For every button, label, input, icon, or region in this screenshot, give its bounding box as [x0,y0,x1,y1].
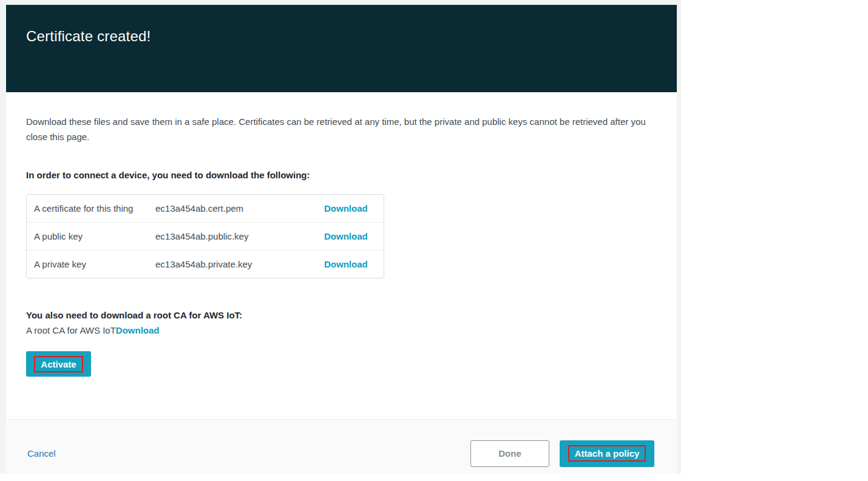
table-row-certificate: A certificate for this thing ec13a454ab.… [27,195,384,222]
attach-policy-button[interactable]: Attach a policy [560,440,654,467]
download-private-key-link[interactable]: Download [324,259,368,269]
activate-button[interactable]: Activate [26,351,91,377]
dialog-footer: Cancel Done Attach a policy [6,419,677,474]
dialog-body: Download these files and save them in a … [6,92,677,419]
file-name: ec13a454ab.private.key [155,257,324,272]
root-ca-label: A root CA for AWS IoT [26,325,116,335]
file-label: A private key [34,257,155,272]
dialog-header: Certificate created! [6,5,677,92]
certificate-files-table: A certificate for this thing ec13a454ab.… [26,194,384,278]
intro-text: Download these files and save them in a … [26,114,654,144]
table-row-private-key: A private key ec13a454ab.private.key Dow… [27,250,384,278]
table-row-public-key: A public key ec13a454ab.public.key Downl… [27,222,384,250]
annotation-highlight-box: Activate [34,356,83,372]
file-label: A public key [34,229,155,244]
download-certificate-link[interactable]: Download [324,203,368,214]
annotation-highlight-box: Attach a policy [568,445,646,462]
root-ca-row: A root CA for AWS IoTDownload [26,323,657,338]
download-root-ca-link[interactable]: Download [116,325,160,335]
file-name: ec13a454ab.public.key [155,229,324,244]
cancel-link[interactable]: Cancel [27,448,56,459]
dialog-title: Certificate created! [6,5,677,45]
certificate-created-dialog: Certificate created! Download these file… [6,5,677,474]
file-label: A certificate for this thing [34,201,155,216]
done-button[interactable]: Done [470,440,549,467]
root-ca-heading: You also need to download a root CA for … [26,309,657,321]
file-name: ec13a454ab.cert.pem [155,201,324,216]
download-public-key-link[interactable]: Download [324,231,368,241]
download-files-heading: In order to connect a device, you need t… [26,169,657,181]
